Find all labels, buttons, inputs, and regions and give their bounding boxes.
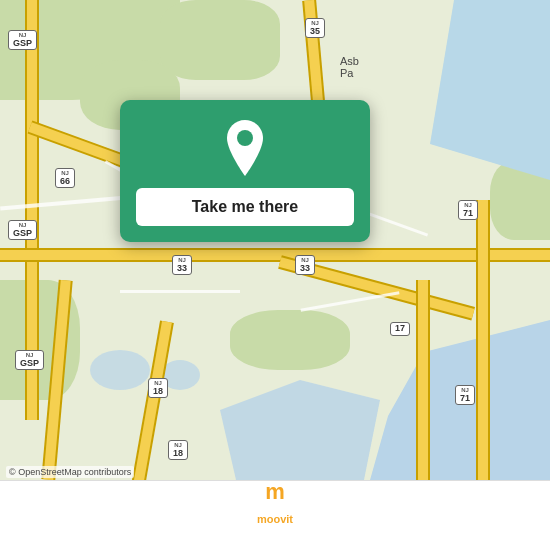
badge-nj33-mid: NJ33 (295, 255, 315, 275)
badge-nj71-bot: NJ71 (455, 385, 475, 405)
take-me-there-button[interactable]: Take me there (136, 188, 354, 226)
location-pin-icon (221, 120, 269, 176)
moovit-m-letter: m (265, 481, 285, 503)
bottom-bar: Prospect RT-33, Neptune Twp, NJ 07753, N… (0, 480, 550, 550)
green-area-lower-center (230, 310, 350, 370)
badge-gsp-low: NJGSP (15, 350, 44, 370)
moovit-logo: m moovit (0, 480, 550, 550)
road-rt17 (418, 280, 428, 480)
badge-gsp-mid: NJGSP (8, 220, 37, 240)
badge-nj18-top: NJ18 (148, 378, 168, 398)
osm-attribution: © OpenStreetMap contributors (6, 466, 134, 478)
osm-text: OpenStreetMap contributors (18, 467, 131, 477)
badge-nj71-top: NJ71 (458, 200, 478, 220)
badge-nj18-bot: NJ18 (168, 440, 188, 460)
badge-rt17: 17 (390, 322, 410, 336)
road-nj33 (0, 250, 550, 260)
green-area-top-center (160, 0, 280, 80)
local-road-3 (120, 290, 240, 293)
badge-gsp-top: NJGSP (8, 30, 37, 50)
town-label-asb: AsbPa (340, 55, 359, 79)
action-card: Take me there (120, 100, 370, 242)
water-small-left (90, 350, 150, 390)
badge-nj35: NJ35 (305, 18, 325, 38)
svg-point-0 (237, 130, 253, 146)
badge-nj66: NJ66 (55, 168, 75, 188)
moovit-text: moovit (257, 513, 293, 525)
badge-nj33-left: NJ33 (172, 255, 192, 275)
copyright-symbol: © (9, 467, 16, 477)
map-container: NJGSP NJGSP NJGSP NJ66 NJ35 NJ33 NJ33 NJ… (0, 0, 550, 550)
